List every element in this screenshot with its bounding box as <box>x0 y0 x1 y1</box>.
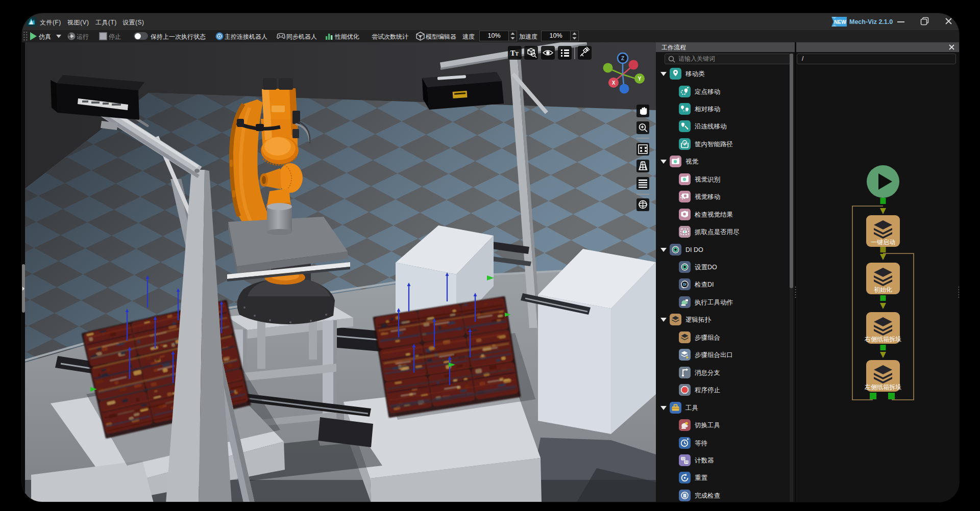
svg-text:Z: Z <box>621 56 624 61</box>
svg-text:NEW: NEW <box>834 19 846 25</box>
svg-text:X: X <box>612 80 616 86</box>
svg-text:左侧纸箱拆垛: 左侧纸箱拆垛 <box>864 384 901 391</box>
svg-text:一键启动: 一键启动 <box>871 239 895 246</box>
svg-text:DI: DI <box>683 283 687 286</box>
svg-text:34: 34 <box>684 461 688 464</box>
svg-text:Y: Y <box>638 76 642 82</box>
svg-text:右侧纸箱拆垛: 右侧纸箱拆垛 <box>864 336 901 343</box>
svg-text:初始化: 初始化 <box>874 286 892 293</box>
svg-text:12: 12 <box>681 457 684 460</box>
svg-text:TT: TT <box>510 49 519 57</box>
